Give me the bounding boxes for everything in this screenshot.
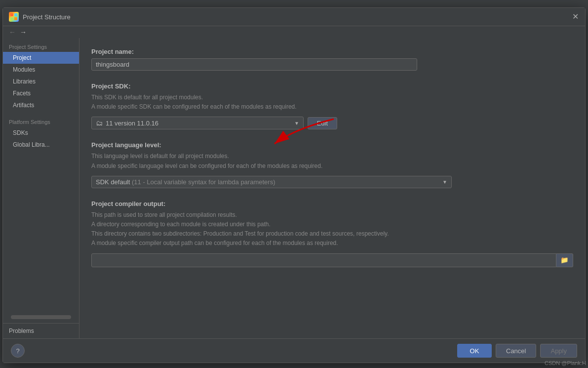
cancel-button[interactable]: Cancel — [496, 344, 536, 358]
svg-rect-3 — [14, 17, 17, 20]
sidebar-scrollbar[interactable] — [11, 315, 71, 319]
compiler-output-input[interactable] — [91, 253, 556, 267]
project-compiler-output-label: Project compiler output: — [91, 200, 573, 207]
sdk-folder-icon: 🗂 — [96, 119, 103, 127]
edit-sdk-button[interactable]: Edit — [308, 117, 337, 129]
sidebar-item-project[interactable]: Project — [3, 52, 79, 64]
project-language-level-label: Project language level: — [91, 141, 573, 149]
platform-settings-label: Platform Settings — [3, 115, 79, 127]
project-language-level-desc: This language level is default for all p… — [91, 152, 573, 170]
help-button[interactable]: ? — [11, 344, 25, 358]
project-compiler-output-section: Project compiler output: This path is us… — [91, 200, 573, 267]
platform-settings-section: Platform Settings SDKs Global Libra... — [3, 115, 79, 151]
language-level-dropdown[interactable]: SDK default (11 - Local variable syntax … — [91, 176, 452, 188]
sidebar-scroll: Project Settings Project Modules Librari… — [3, 40, 79, 307]
ok-button[interactable]: OK — [457, 344, 492, 358]
bottom-bar: ? OK Cancel Apply — [3, 338, 585, 363]
sidebar-item-problems[interactable]: Problems — [3, 323, 79, 338]
sidebar-item-libraries[interactable]: Libraries — [3, 76, 79, 87]
app-icon — [9, 12, 19, 22]
forward-button[interactable]: → — [20, 28, 27, 36]
right-content: Project name: Project SDK: This SDK is d… — [79, 38, 585, 338]
apply-button[interactable]: Apply — [540, 344, 577, 358]
sidebar-item-artifacts[interactable]: Artifacts — [3, 99, 79, 111]
language-level-value: SDK default (11 - Local variable syntax … — [96, 178, 439, 186]
project-language-level-section: Project language level: This language le… — [91, 141, 573, 188]
project-sdk-label: Project SDK: — [91, 82, 573, 90]
browse-folder-icon: 📁 — [560, 256, 569, 264]
project-structure-dialog: Project Structure ✕ ← → Project Settings… — [2, 7, 586, 363]
project-name-label: Project name: — [91, 48, 573, 55]
nav-arrows: ← → — [3, 26, 585, 38]
language-level-hint: (11 - Local variable syntax for lambda p… — [132, 178, 275, 186]
sdk-row: 🗂 11 version 11.0.16 ▼ Edit — [91, 117, 573, 129]
title-bar: Project Structure ✕ — [3, 8, 585, 26]
language-level-arrow-icon: ▼ — [442, 179, 447, 185]
title-bar-left: Project Structure — [9, 12, 71, 22]
project-name-input[interactable] — [91, 58, 417, 71]
project-settings-label: Project Settings — [3, 40, 79, 52]
svg-rect-1 — [14, 13, 17, 16]
back-button[interactable]: ← — [9, 28, 16, 36]
sidebar-item-global-libraries[interactable]: Global Libra... — [3, 139, 79, 151]
compiler-output-browse-button[interactable]: 📁 — [556, 253, 573, 267]
sdk-value: 11 version 11.0.16 — [106, 120, 291, 127]
svg-rect-0 — [10, 13, 13, 16]
sidebar-item-sdks[interactable]: SDKs — [3, 127, 79, 139]
main-content: Project Settings Project Modules Librari… — [3, 38, 585, 338]
dialog-title: Project Structure — [23, 13, 71, 21]
watermark: CSDN @Plank.H — [545, 360, 586, 366]
svg-rect-2 — [10, 17, 13, 20]
sidebar-item-facets[interactable]: Facets — [3, 87, 79, 99]
compiler-output-row: 📁 — [91, 253, 573, 267]
sdk-dropdown[interactable]: 🗂 11 version 11.0.16 ▼ — [91, 117, 304, 129]
project-compiler-output-desc: This path is used to store all project c… — [91, 210, 573, 248]
sidebar-item-modules[interactable]: Modules — [3, 64, 79, 76]
sdk-dropdown-arrow-icon: ▼ — [294, 121, 299, 126]
sidebar: Project Settings Project Modules Librari… — [3, 38, 79, 338]
project-sdk-section: Project SDK: This SDK is default for all… — [91, 82, 573, 129]
project-name-section: Project name: — [91, 48, 573, 71]
project-sdk-desc: This SDK is default for all project modu… — [91, 93, 573, 112]
close-button[interactable]: ✕ — [571, 13, 579, 21]
